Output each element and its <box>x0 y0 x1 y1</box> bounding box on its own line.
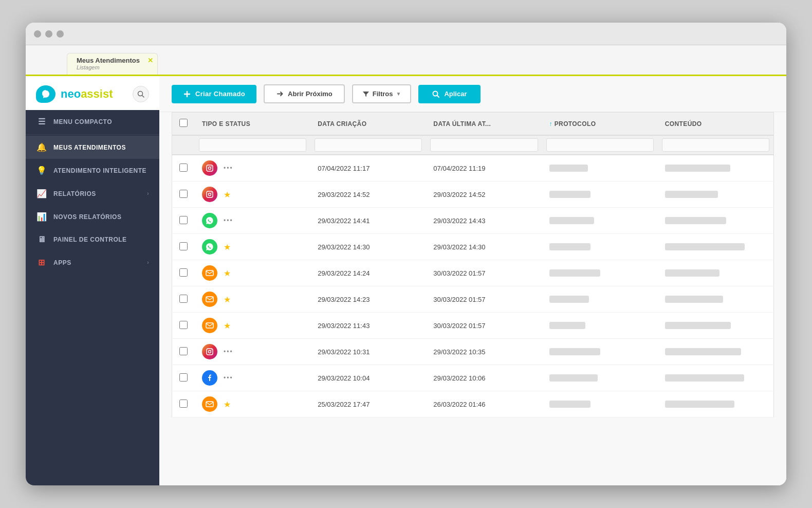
sidebar-item-relatorios[interactable]: 📈 Relatórios › <box>26 182 159 205</box>
sidebar-search-button[interactable] <box>133 86 149 102</box>
table-row[interactable]: ••• 29/03/2022 10:31 29/03/2022 10:35 <box>172 339 774 365</box>
table-row[interactable]: ★ 29/03/2022 14:23 30/03/2022 01:57 <box>172 286 774 313</box>
filter-checkbox-cell <box>172 135 195 155</box>
col-tipo-status: Tipo e Status <box>195 113 310 136</box>
sidebar-item-apps[interactable]: ⊞ Apps › <box>26 251 159 274</box>
conteudo-value <box>665 322 731 329</box>
relatorios-arrow-icon: › <box>147 191 149 196</box>
table-row[interactable]: ••• 29/03/2022 10:04 29/03/2022 10:06 <box>172 365 774 391</box>
row-data-ultima: 29/03/2022 10:06 <box>426 365 542 391</box>
filtros-label: Filtros <box>373 90 393 98</box>
protocolo-value <box>549 401 590 408</box>
criar-chamado-button[interactable]: Criar Chamado <box>172 85 256 103</box>
instagram-channel-icon <box>202 187 217 202</box>
sidebar-item-novos-relatorios[interactable]: 📊 Novos Relatórios <box>26 205 159 228</box>
svg-point-6 <box>211 166 212 167</box>
row-checkbox-3[interactable] <box>179 242 188 250</box>
row-data-ultima: 30/03/2022 01:57 <box>426 260 542 286</box>
select-all-checkbox[interactable] <box>179 119 188 127</box>
sidebar-item-meus-atendimentos-label: Meus Atendimentos <box>53 144 126 151</box>
conteudo-value <box>665 191 718 198</box>
row-checkbox-2[interactable] <box>179 216 188 224</box>
protocolo-value <box>549 191 590 198</box>
filtros-button[interactable]: Filtros ▼ <box>352 84 412 103</box>
table-row[interactable]: ★ 29/03/2022 14:52 29/03/2022 14:52 <box>172 182 774 208</box>
tab-title: Meus Atendimentos <box>77 57 148 64</box>
row-conteudo <box>658 286 774 313</box>
row-tipo-cell: ★ <box>195 286 310 313</box>
bell-icon: 🔔 <box>36 142 47 152</box>
sidebar-item-novos-relatorios-label: Novos Relatórios <box>53 213 121 221</box>
row-checkbox-6[interactable] <box>179 321 188 329</box>
tab-close-icon[interactable]: ✕ <box>147 57 153 64</box>
sidebar-item-atendimento-inteligente[interactable]: 💡 Atendimento Inteligente <box>26 159 159 182</box>
row-checkbox-cell <box>172 234 195 260</box>
svg-rect-11 <box>206 297 213 302</box>
filter-protocolo-cell <box>542 135 658 155</box>
status-star-icon: ★ <box>224 321 231 331</box>
svg-rect-10 <box>206 270 213 276</box>
filter-protocolo-input[interactable] <box>546 138 654 152</box>
row-checkbox-9[interactable] <box>179 400 188 408</box>
maximize-btn[interactable] <box>57 30 64 38</box>
abrir-proximo-label: Abrir Próximo <box>288 90 333 98</box>
row-conteudo <box>658 313 774 339</box>
filter-ultima-input[interactable] <box>430 138 538 152</box>
row-data-ultima: 29/03/2022 10:35 <box>426 339 542 365</box>
row-checkbox-5[interactable] <box>179 295 188 303</box>
search-icon <box>432 90 440 98</box>
sidebar-item-atendimento-inteligente-label: Atendimento Inteligente <box>53 167 146 174</box>
email-channel-icon <box>202 396 217 412</box>
table-body: ••• 07/04/2022 11:17 07/04/2022 11:19 ★ <box>172 155 774 418</box>
table-row[interactable]: ★ 29/03/2022 14:24 30/03/2022 01:57 <box>172 260 774 286</box>
tab-meus-atendimentos[interactable]: ✕ Meus Atendimentos Listagem <box>67 53 158 75</box>
row-checkbox-cell <box>172 260 195 286</box>
table-row[interactable]: ★ 25/03/2022 17:47 26/03/2022 01:46 <box>172 391 774 418</box>
atendimentos-table: Tipo e Status Data Criação Data Última A… <box>172 112 774 418</box>
svg-rect-16 <box>206 402 213 407</box>
row-checkbox-8[interactable] <box>179 373 188 382</box>
row-protocolo <box>542 155 658 182</box>
minimize-btn[interactable] <box>45 30 52 38</box>
status-dots-icon: ••• <box>224 217 233 224</box>
status-dots-icon: ••• <box>224 374 233 382</box>
row-checkbox-cell <box>172 313 195 339</box>
row-protocolo <box>542 182 658 208</box>
row-checkbox-4[interactable] <box>179 268 188 277</box>
table-row[interactable]: ••• 29/03/2022 14:41 29/03/2022 14:43 <box>172 208 774 234</box>
protocolo-value <box>549 348 600 355</box>
row-conteudo <box>658 391 774 418</box>
row-checkbox-0[interactable] <box>179 164 188 172</box>
col-protocolo[interactable]: ↑ Protocolo <box>542 113 658 136</box>
email-channel-icon <box>202 265 217 281</box>
sidebar-item-painel-de-controle[interactable]: 🖥 Painel de Controle <box>26 228 159 251</box>
table-row[interactable]: ★ 29/03/2022 11:43 30/03/2022 01:57 <box>172 313 774 339</box>
menu-icon: ☰ <box>36 117 47 126</box>
filter-ultima-cell <box>426 135 542 155</box>
conteudo-value <box>665 243 745 250</box>
row-data-criacao: 29/03/2022 10:04 <box>310 365 426 391</box>
instagram-channel-icon <box>202 344 217 359</box>
table-row[interactable]: ★ 29/03/2022 14:30 29/03/2022 14:30 <box>172 234 774 260</box>
sidebar-menu-compacto[interactable]: ☰ Menu Compacto <box>26 110 159 133</box>
abrir-proximo-button[interactable]: Abrir Próximo <box>264 84 345 103</box>
app-window: ✕ Meus Atendimentos Listagem neoassist <box>26 23 786 485</box>
col-data-criacao-label: Data Criação <box>318 120 366 128</box>
row-data-ultima: 30/03/2022 01:57 <box>426 313 542 339</box>
row-checkbox-1[interactable] <box>179 190 188 198</box>
aplicar-button[interactable]: Aplicar <box>418 85 480 103</box>
conteudo-value <box>665 269 719 277</box>
sidebar-item-meus-atendimentos[interactable]: 🔔 Meus Atendimentos <box>26 136 159 159</box>
criar-icon <box>183 90 191 98</box>
apps-arrow-icon: › <box>147 260 149 265</box>
row-data-ultima: 29/03/2022 14:30 <box>426 234 542 260</box>
filter-criacao-input[interactable] <box>315 138 422 152</box>
filter-conteudo-input[interactable] <box>662 138 769 152</box>
row-checkbox-7[interactable] <box>179 347 188 355</box>
scroll-area: ✕ Meus Atendimentos Listagem neoassist <box>26 45 786 485</box>
table-row[interactable]: ••• 07/04/2022 11:17 07/04/2022 11:19 <box>172 155 774 182</box>
row-protocolo <box>542 339 658 365</box>
filter-tipo-input[interactable] <box>199 138 306 152</box>
close-btn[interactable] <box>34 30 41 38</box>
filter-criacao-cell <box>310 135 426 155</box>
